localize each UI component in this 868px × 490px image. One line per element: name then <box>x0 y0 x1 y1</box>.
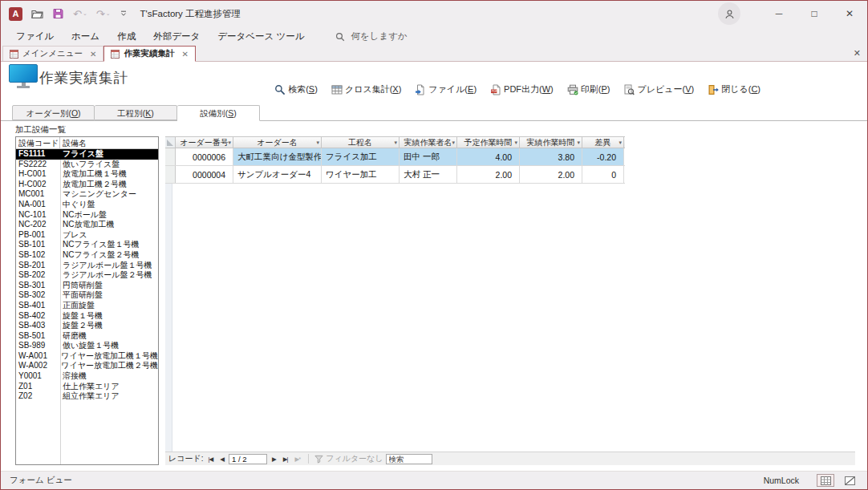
tab-close-icon[interactable]: ✕ <box>181 50 188 59</box>
equipment-list-item[interactable]: SB-401正面旋盤 <box>16 301 158 311</box>
equipment-list-item[interactable]: SB-403旋盤２号機 <box>16 321 158 331</box>
equipment-list-item[interactable]: FS1111フライス盤 <box>16 149 158 160</box>
datasheet-cell[interactable]: -0.20 <box>582 148 624 165</box>
record-search-input[interactable] <box>386 454 432 464</box>
datasheet-view-icon[interactable] <box>817 474 834 487</box>
tab-S[interactable]: 設備別(S) <box>177 105 260 121</box>
equipment-list-item[interactable]: SB-501研磨機 <box>16 331 158 342</box>
equipment-list-item[interactable]: SB-202ラジアルボール盤２号機 <box>16 270 158 281</box>
file-export-button[interactable]: ファイル(E) <box>415 83 477 95</box>
datasheet-cell[interactable]: 2.00 <box>520 166 582 183</box>
record-position[interactable]: 1 / 2 <box>229 454 267 464</box>
equipment-list-item[interactable]: FS2222倣いフライス盤 <box>16 160 158 170</box>
document-tab[interactable]: 作業実績集計✕ <box>103 46 195 62</box>
column-header-1[interactable]: オーダー名▾ <box>233 137 322 148</box>
equipment-list-item[interactable]: W-A002ワイヤー放電加工機２号機 <box>16 361 158 371</box>
equipment-list-item[interactable]: PB-001プレス <box>16 230 158 241</box>
row-selector[interactable] <box>165 148 176 165</box>
datasheet-row[interactable]: 0000006大町工業向け金型製作フライス加工田中 一郎4.003.80-0.2… <box>165 148 625 166</box>
equipment-list-item[interactable]: SB-101NCフライス盤１号機 <box>16 240 158 250</box>
select-all-corner[interactable] <box>165 137 176 148</box>
ribbon-tab-0[interactable]: ファイル <box>7 26 63 47</box>
tab-K[interactable]: 工程別(K) <box>95 105 177 120</box>
row-selector[interactable] <box>165 166 176 183</box>
equipment-list-item[interactable]: W-A001ワイヤー放電加工機１号機 <box>16 351 158 362</box>
close-button[interactable]: ✕ <box>832 1 867 26</box>
first-record-icon[interactable]: |◀ <box>205 456 215 463</box>
equipment-list-item[interactable]: SB-989倣い旋盤１号機 <box>16 341 158 351</box>
equipment-listbox[interactable]: 設備コード設備名 FS1111フライス盤FS2222倣いフライス盤H-C001放… <box>15 136 159 465</box>
datasheet-cell[interactable]: 田中 一郎 <box>400 148 457 165</box>
ribbon-tab-2[interactable]: 作成 <box>108 26 144 47</box>
equipment-list-item[interactable]: SB-302平面研削盤 <box>16 290 158 301</box>
search-button[interactable]: 検索(S) <box>274 83 318 95</box>
column-dropdown-icon[interactable]: ▾ <box>577 140 580 146</box>
column-header-2[interactable]: 工程名▾ <box>322 137 400 148</box>
tab-strip-close-icon[interactable]: ✕ <box>854 48 861 59</box>
datasheet-cell[interactable]: 大村 正一 <box>400 166 457 183</box>
column-header-0[interactable]: オーダー番号▾ <box>176 137 233 148</box>
close-form-button[interactable]: 閉じる(C) <box>708 83 761 95</box>
equipment-list-item[interactable]: Z01仕上作業エリア <box>16 382 158 392</box>
new-record-icon[interactable]: ▶* <box>292 456 302 463</box>
filter-button[interactable]: フィルターなし <box>314 453 383 464</box>
pdf-export-button[interactable]: PDFPDF出力(W) <box>490 83 554 95</box>
preview-button[interactable]: プレビュー(V) <box>623 83 694 95</box>
equipment-list-item[interactable]: SB-301円筒研削盤 <box>16 281 158 291</box>
datasheet-cell[interactable]: ワイヤー加工 <box>322 166 400 183</box>
maximize-button[interactable]: □ <box>797 1 832 26</box>
column-header-6[interactable]: 差異▾ <box>582 137 624 148</box>
form-view-icon[interactable] <box>841 474 858 487</box>
previous-record-icon[interactable]: ◀ <box>217 456 226 463</box>
tab-O[interactable]: オーダー別(O) <box>12 105 95 120</box>
datasheet-cell[interactable]: 0 <box>582 166 624 183</box>
equipment-list-item[interactable]: NC-202NC放電加工機 <box>16 220 158 230</box>
equipment-list-item[interactable]: SB-402旋盤１号機 <box>16 311 158 322</box>
equipment-list-item[interactable]: H-C001放電加工機１号機 <box>16 169 158 180</box>
ribbon-tab-4[interactable]: データベース ツール <box>209 26 313 47</box>
open-icon[interactable] <box>31 8 43 19</box>
column-dropdown-icon[interactable]: ▾ <box>514 140 517 146</box>
tab-close-icon[interactable]: ✕ <box>90 50 96 59</box>
equipment-list-item[interactable]: Y0001溶接機 <box>16 371 158 382</box>
equipment-list-item[interactable]: Z02組立作業エリア <box>16 391 158 402</box>
undo-icon[interactable]: ↶⌄ <box>73 8 87 20</box>
column-dropdown-icon[interactable]: ▾ <box>619 140 622 146</box>
datasheet-cell[interactable]: 3.80 <box>520 148 582 165</box>
datasheet-cell[interactable]: 2.00 <box>457 166 520 183</box>
customize-qat-icon[interactable] <box>120 10 128 18</box>
equipment-list-item[interactable]: NC-101NCボール盤 <box>16 210 158 221</box>
next-record-icon[interactable]: ▶ <box>270 456 278 463</box>
column-dropdown-icon[interactable]: ▾ <box>452 140 455 146</box>
ribbon-tab-1[interactable]: ホーム <box>63 26 108 47</box>
datasheet-row[interactable]: 0000004サンプルオーダー4ワイヤー加工大村 正一2.002.000 <box>165 166 625 184</box>
datasheet-cell[interactable]: 0000004 <box>176 166 233 183</box>
equipment-list-item[interactable]: H-C002放電加工機２号機 <box>16 180 158 190</box>
column-header-5[interactable]: 実績作業時間▾ <box>520 137 582 148</box>
account-icon[interactable] <box>718 2 740 25</box>
equipment-list-item[interactable]: NA-001中ぐり盤 <box>16 200 158 210</box>
tell-me-search[interactable]: 何をしますか <box>335 30 407 43</box>
column-dropdown-icon[interactable]: ▾ <box>394 140 397 146</box>
column-header-4[interactable]: 予定作業時間▾ <box>457 137 520 148</box>
column-header-label: 差異 <box>595 137 611 148</box>
last-record-icon[interactable]: ▶| <box>281 456 290 463</box>
equipment-list-item[interactable]: SB-201ラジアルボール盤１号機 <box>16 261 158 271</box>
equipment-list-item[interactable]: MC001マシニングセンター <box>16 189 158 200</box>
column-dropdown-icon[interactable]: ▾ <box>228 140 231 146</box>
redo-icon[interactable]: ↷⌄ <box>96 8 111 20</box>
save-icon[interactable] <box>52 8 64 19</box>
ribbon-tab-3[interactable]: 外部データ <box>144 26 209 47</box>
minimize-button[interactable]: ─ <box>761 1 797 26</box>
datasheet-cell[interactable]: 0000006 <box>176 148 233 165</box>
print-button[interactable]: 印刷(P) <box>567 83 610 95</box>
document-tab[interactable]: メインメニュー✕ <box>2 46 103 61</box>
column-header-3[interactable]: 実績作業者名▾ <box>400 137 457 148</box>
datasheet-cell[interactable]: フライス加工 <box>322 148 400 165</box>
equipment-list-item[interactable]: SB-102NCフライス盤２号機 <box>16 250 158 261</box>
datasheet-cell[interactable]: 大町工業向け金型製作 <box>233 148 322 165</box>
column-dropdown-icon[interactable]: ▾ <box>316 140 319 146</box>
cross-tab-button[interactable]: クロス集計(X) <box>331 83 401 95</box>
datasheet-cell[interactable]: 4.00 <box>457 148 520 165</box>
datasheet-cell[interactable]: サンプルオーダー4 <box>233 166 322 183</box>
